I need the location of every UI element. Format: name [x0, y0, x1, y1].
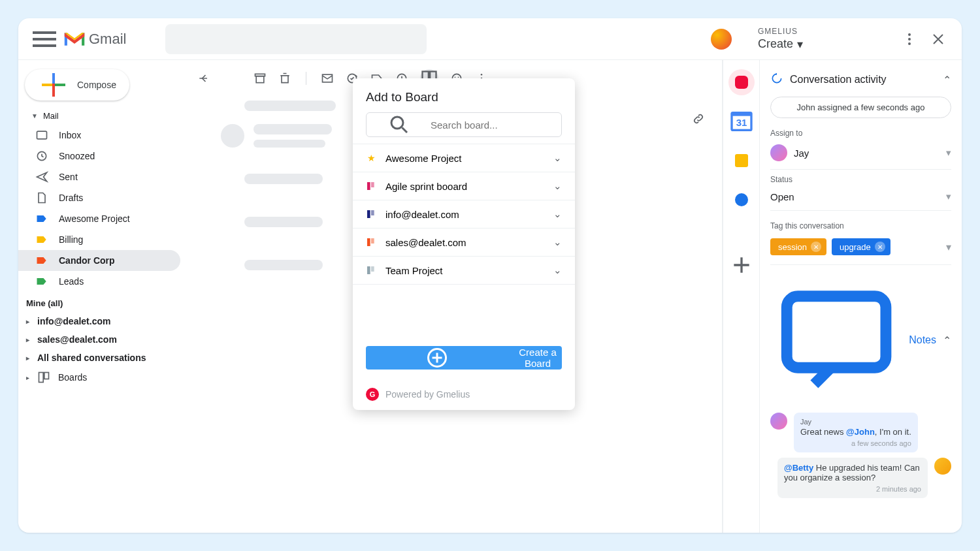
board-icon: [366, 209, 376, 219]
addon-gmelius[interactable]: [728, 69, 755, 95]
nav-drafts[interactable]: Drafts: [18, 187, 180, 208]
nav-label: Leads: [59, 276, 84, 287]
board-search[interactable]: [366, 112, 562, 137]
create-board-button[interactable]: Create a Board: [366, 346, 562, 370]
chevron-up-icon[interactable]: ⌃: [943, 334, 951, 347]
compose-label: Compose: [77, 80, 116, 90]
tag-label: session: [778, 242, 807, 252]
board-item[interactable]: info@dealet.com⌄: [353, 200, 575, 228]
note-avatar: [770, 413, 787, 430]
note-bubble: @Betty He upgraded his team! Can you org…: [777, 458, 928, 498]
board-search-input[interactable]: [431, 119, 555, 131]
popup-title: Add to Board: [353, 78, 575, 112]
close-icon[interactable]: [930, 31, 946, 47]
chevron-up-icon[interactable]: ⌃: [943, 74, 951, 86]
tag-chip[interactable]: session✕: [770, 238, 826, 255]
activity-icon: [770, 72, 783, 87]
back-icon[interactable]: [197, 72, 210, 85]
activity-title: Conversation activity: [790, 74, 887, 86]
link-icon[interactable]: [692, 112, 705, 128]
gmelius-header: GMELIUS Create ▾: [758, 27, 902, 52]
tag-chip[interactable]: upgrade✕: [832, 238, 890, 255]
shared-conversations[interactable]: ▸All shared conversations: [18, 349, 180, 367]
board-item[interactable]: Agile sprint booard⌄: [353, 172, 575, 200]
notes-icon: [770, 274, 902, 406]
more-vert-icon[interactable]: [902, 31, 917, 47]
tag-label: Tag this conversation: [770, 221, 951, 230]
board-item[interactable]: Team Project⌄: [353, 257, 575, 285]
gmail-logo[interactable]: Gmail: [63, 30, 126, 48]
gmelius-create-dropdown[interactable]: Create ▾: [758, 37, 902, 52]
addon-rail: 31: [723, 60, 759, 533]
file-icon: [35, 191, 48, 204]
account-label: All shared conversations: [37, 353, 146, 363]
svg-point-20: [391, 117, 403, 129]
nav-label: Sent: [59, 172, 78, 182]
boards-section[interactable]: ▸ Boards: [18, 367, 180, 388]
activity-section[interactable]: Conversation activity ⌃: [770, 68, 951, 91]
assign-label: Assign to: [770, 129, 951, 138]
account-info-dealet[interactable]: ▸info@dealet.com: [18, 312, 180, 330]
status-select[interactable]: Open ▾: [770, 187, 951, 211]
svg-rect-27: [367, 266, 370, 274]
note-time: a few seconds ago: [800, 439, 911, 447]
board-list: ★Awesome Project⌄Agile sprint booard⌄inf…: [353, 144, 575, 285]
nav-billing[interactable]: Billing: [18, 229, 180, 250]
addon-tasks[interactable]: [728, 187, 755, 213]
addon-keep[interactable]: [728, 148, 755, 174]
add-to-board-popup: Add to Board ★Awesome Project⌄Agile spri…: [353, 78, 575, 410]
mine-section-title: Mine (all): [18, 292, 180, 312]
addon-add[interactable]: [728, 252, 755, 278]
note-time: 2 minutes ago: [784, 485, 921, 493]
nav-candor-corp[interactable]: Candor Corp: [18, 250, 180, 271]
search-input[interactable]: [165, 24, 426, 54]
chevron-down-icon[interactable]: ▾: [946, 241, 951, 253]
label-icon: [35, 212, 48, 225]
chevron-right-icon: ▸: [26, 354, 29, 362]
chevron-right-icon: ▸: [26, 336, 29, 343]
delete-icon[interactable]: [278, 72, 291, 85]
archive-icon[interactable]: [253, 72, 267, 85]
svg-rect-24: [371, 210, 374, 215]
plus-circle-icon: [366, 346, 508, 370]
nav-label: Candor Corp: [59, 255, 115, 266]
nav-leads[interactable]: Leads: [18, 271, 180, 292]
remove-tag-icon[interactable]: ✕: [811, 242, 821, 252]
board-item[interactable]: sales@dealet.com⌄: [353, 228, 575, 257]
mention[interactable]: @John: [846, 427, 875, 437]
addon-calendar[interactable]: 31: [728, 108, 755, 134]
chevron-down-icon: ⌄: [553, 152, 562, 164]
notes-section[interactable]: Notes ⌃: [770, 265, 951, 413]
note-author: Jay: [800, 418, 911, 426]
powered-by: G Powered by Gmelius: [353, 380, 575, 410]
menu-icon[interactable]: [29, 24, 60, 55]
app-window: Gmail GMELIUS Create ▾ Compose ▼ Mail: [18, 18, 962, 533]
assignee-select[interactable]: Jay ▾: [770, 140, 951, 170]
nav-awesome-project[interactable]: Awesome Project: [18, 208, 180, 229]
account-sales-dealet[interactable]: ▸sales@dealet.com: [18, 330, 180, 349]
mail-section-header[interactable]: ▼ Mail: [18, 107, 180, 125]
chevron-right-icon: ▸: [26, 318, 29, 325]
remove-tag-icon[interactable]: ✕: [875, 242, 885, 252]
board-item[interactable]: ★Awesome Project⌄: [353, 144, 575, 172]
compose-button[interactable]: Compose: [25, 69, 129, 101]
send-icon: [35, 170, 48, 183]
mention[interactable]: @Betty: [784, 463, 813, 473]
app-name: Gmail: [89, 31, 126, 48]
nav-snoozed[interactable]: Snoozed: [18, 146, 180, 166]
mail-icon[interactable]: [321, 72, 334, 85]
assignee-name: Jay: [794, 148, 809, 159]
nav-inbox[interactable]: Inbox: [18, 125, 180, 146]
user-avatar[interactable]: [711, 29, 732, 50]
tag-row: session✕upgrade✕ ▾: [770, 233, 951, 265]
chevron-down-icon: ⌄: [553, 180, 562, 192]
inbox-icon: [35, 129, 48, 142]
gmelius-brand: GMELIUS: [758, 27, 902, 36]
nav-sent[interactable]: Sent: [18, 166, 180, 187]
powered-label: Powered by Gmelius: [385, 389, 470, 400]
chevron-down-icon: ▾: [946, 191, 951, 202]
svg-text:31: 31: [736, 117, 747, 128]
svg-point-2: [908, 42, 911, 45]
chevron-down-icon: ⌄: [553, 236, 562, 248]
note-item: @Betty He upgraded his team! Can you org…: [770, 458, 951, 498]
